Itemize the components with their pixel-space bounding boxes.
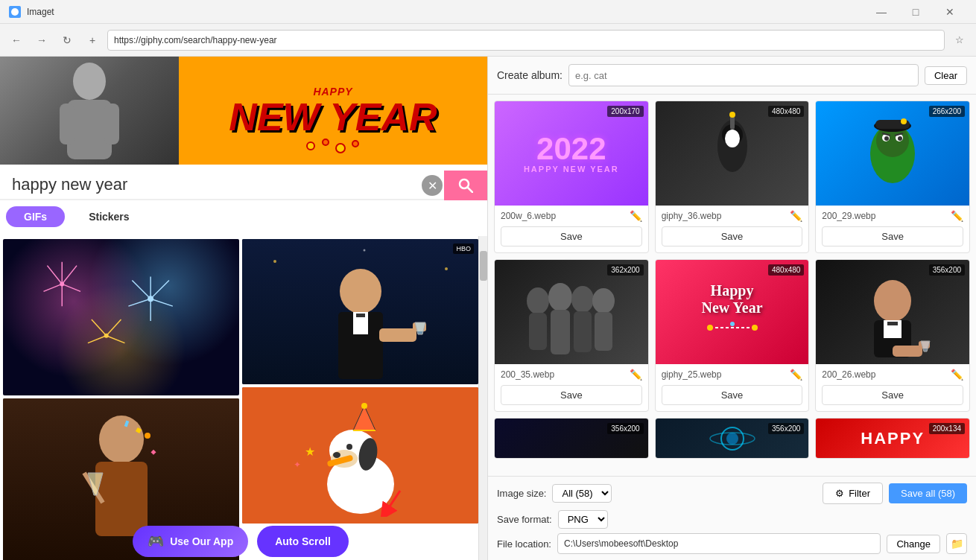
gif-fireworks[interactable] [3, 239, 239, 395]
svg-line-12 [47, 266, 62, 284]
svg-rect-79 [551, 310, 570, 354]
svg-line-20 [150, 280, 169, 299]
tab-stickers[interactable]: Stickers [71, 206, 147, 227]
hny-small-text: HAPPY NEW YEAR [524, 165, 619, 174]
address-bar[interactable] [107, 30, 945, 51]
image-thumb-8: 356x200 [656, 419, 809, 458]
image-card-5: Happy New Year 480x480 giphy_ [655, 259, 810, 412]
tab-gifs[interactable]: GIFs [6, 206, 65, 227]
svg-line-10 [468, 188, 472, 192]
svg-rect-35 [150, 450, 156, 455]
giphy-banner: HAPPY NEW YEAR [0, 57, 487, 165]
edit-icon-3[interactable]: ✏️ [951, 210, 963, 222]
image-size-select[interactable]: All (58) [552, 484, 612, 503]
save-format-label: Save format: [497, 514, 552, 525]
edit-icon-2[interactable]: ✏️ [790, 210, 802, 222]
image-row-2: 362x200 200_35.webp ✏️ Save Happy New Ye… [494, 259, 970, 412]
image-info-6: 200_26.webp ✏️ [816, 364, 969, 385]
edit-icon-6[interactable]: ✏️ [951, 369, 963, 381]
filter-icon: ⚙ [835, 488, 844, 499]
image-thumb-9: HAPPY 200x134 [816, 419, 969, 458]
clear-button[interactable]: Clear [925, 66, 967, 85]
edit-icon-4[interactable]: ✏️ [630, 369, 642, 381]
image-dim-badge-6: 356x200 [929, 264, 965, 276]
svg-rect-81 [574, 311, 592, 352]
back-button[interactable]: ← [6, 30, 27, 51]
folder-button[interactable]: 📁 [946, 533, 967, 554]
save-all-button[interactable]: Save all (58) [889, 483, 967, 503]
image-dim-badge-1: 200x170 [607, 106, 643, 117]
svg-point-5 [307, 142, 314, 150]
svg-line-15 [62, 284, 80, 291]
image-dim-badge-2: 480x480 [768, 106, 804, 117]
forward-button[interactable]: → [31, 30, 52, 51]
edit-icon-5[interactable]: ✏️ [790, 369, 802, 381]
svg-text:✦: ✦ [294, 459, 301, 470]
maximize-button[interactable]: □ [899, 0, 933, 24]
svg-point-80 [571, 286, 594, 313]
banner-person-image [0, 57, 179, 165]
image-card-2: 480x480 giphy_36.webp ✏️ Save [655, 101, 810, 253]
svg-line-22 [150, 299, 173, 306]
format-select[interactable]: PNG [558, 510, 608, 529]
left-panel-scrollbar[interactable] [478, 236, 487, 560]
gif-dicaprio[interactable]: HBO [242, 239, 478, 384]
save-button-3[interactable]: Save [822, 226, 963, 246]
use-app-button[interactable]: 🎮 Use Our App [133, 526, 248, 557]
svg-rect-83 [595, 312, 612, 351]
image-dim-badge-4: 362x200 [607, 264, 643, 276]
svg-point-96 [726, 433, 738, 445]
format-row: Save format: PNG [497, 510, 967, 529]
image-thumb-7: 356x200 [495, 419, 648, 458]
imaget-panel: Create album: Clear 2022 HAPPY NEW YEAR … [488, 57, 976, 560]
svg-point-55 [361, 403, 367, 409]
close-button[interactable]: ✕ [933, 0, 967, 24]
image-dim-badge-7: 356x200 [607, 423, 643, 434]
gif-snoopy[interactable]: ★ ✦ [242, 387, 478, 524]
svg-point-62 [725, 130, 740, 147]
svg-point-69 [884, 136, 889, 141]
auto-scroll-button[interactable]: Auto Scroll [257, 526, 349, 557]
album-name-input[interactable] [568, 64, 919, 86]
bookmark-button[interactable]: ☆ [949, 30, 970, 51]
refresh-button[interactable]: ↻ [57, 30, 77, 51]
giphy-tabs: GIFs Stickers [0, 206, 487, 227]
svg-point-8 [352, 141, 358, 147]
location-row: File location: Change 📁 [497, 533, 967, 554]
save-button-2[interactable]: Save [662, 226, 803, 246]
minimize-button[interactable]: — [864, 0, 899, 24]
save-button-5[interactable]: Save [662, 385, 803, 405]
svg-point-86 [730, 322, 735, 326]
image-thumb-3: 266x200 [816, 101, 969, 206]
svg-point-51 [333, 452, 340, 458]
new-tab-button[interactable]: + [82, 30, 103, 51]
svg-point-75 [901, 118, 907, 124]
image-thumb-2: 480x480 [656, 101, 809, 206]
image-dim-badge-9: 200x134 [929, 423, 965, 434]
filter-button[interactable]: ⚙ Filter [823, 483, 883, 504]
browser-panel: HAPPY NEW YEAR ✕ [0, 57, 488, 560]
search-submit-button[interactable] [444, 171, 487, 200]
image-row-1: 2022 HAPPY NEW YEAR 200x170 200w_6.webp … [494, 101, 970, 253]
svg-line-28 [88, 336, 107, 343]
image-card-7: 356x200 [494, 418, 649, 459]
bottom-controls: Image size: All (58) ⚙ Filter Save all (… [488, 476, 976, 560]
svg-rect-4 [104, 104, 119, 144]
edit-icon-1[interactable]: ✏️ [630, 210, 642, 222]
image-size-row: Image size: All (58) ⚙ Filter Save all (… [497, 483, 967, 504]
svg-point-78 [548, 283, 572, 311]
search-clear-button[interactable]: ✕ [422, 175, 443, 196]
image-size-label: Image size: [497, 488, 546, 499]
save-button-1[interactable]: Save [501, 226, 642, 246]
save-button-4[interactable]: Save [501, 385, 642, 405]
filter-label: Filter [849, 488, 870, 499]
folder-icon: 📁 [951, 538, 963, 550]
search-input[interactable] [0, 171, 444, 200]
change-button[interactable]: Change [887, 535, 940, 553]
2022-text: 2022 [524, 133, 619, 165]
image-card-8: 356x200 [655, 418, 810, 459]
svg-text:★: ★ [305, 445, 315, 458]
svg-rect-91 [887, 322, 898, 325]
save-button-6[interactable]: Save [822, 385, 963, 405]
file-location-input[interactable] [557, 533, 881, 554]
